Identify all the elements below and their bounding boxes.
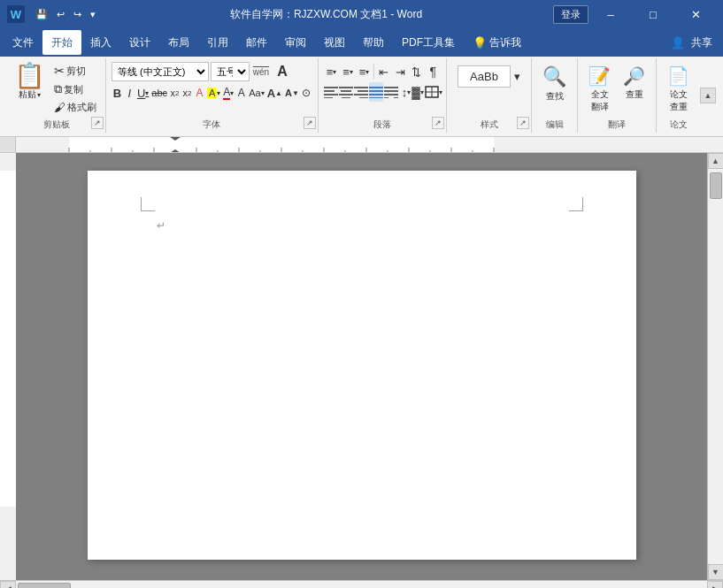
main-area: ↵ ▲ ▼ xyxy=(0,153,723,580)
customize-qa-button[interactable]: ▾ xyxy=(87,7,99,22)
clipboard-small-buttons: ✂ 剪切 ⧉ 复制 🖌 格式刷 xyxy=(50,62,100,117)
paragraph-mark: ↵ xyxy=(157,219,165,232)
sort-button[interactable]: ⇅ xyxy=(409,62,424,81)
font-expand[interactable]: ↗ xyxy=(304,117,316,129)
shading-button[interactable]: ▓▾ xyxy=(411,82,423,102)
paragraph-label: 段落 ↗ xyxy=(319,118,446,131)
fulltext-translate-button[interactable]: 📝 全文翻译 xyxy=(583,62,616,117)
ribbon-content: 📋 粘贴 ▾ ✂ 剪切 ⧉ 复制 🖌 格式刷 xyxy=(4,58,719,133)
style-button[interactable]: AaBb ▾ xyxy=(452,62,526,91)
bullets-button[interactable]: ≡▾ xyxy=(324,62,339,81)
show-marks-button[interactable]: ¶ xyxy=(426,62,441,81)
font-family-select[interactable]: 等线 (中文正文) xyxy=(112,62,209,81)
para-row2: ↕▾ ▓▾ ▾ xyxy=(324,82,441,102)
clipboard-expand[interactable]: ↗ xyxy=(91,117,104,129)
scroll-track[interactable] xyxy=(708,169,723,564)
borders-button[interactable]: ▾ xyxy=(425,82,442,102)
font-shrink-button[interactable]: A▼ xyxy=(284,83,300,103)
login-button[interactable]: 登录 xyxy=(553,5,588,24)
scroll-down-button[interactable]: ▼ xyxy=(708,564,724,580)
check-duplicate-button[interactable]: 🔎 查重 xyxy=(618,62,650,117)
redo-button[interactable]: ↪ xyxy=(70,7,85,22)
line-spacing-button[interactable]: ↕▾ xyxy=(402,82,411,102)
font-color-button[interactable]: A▾ xyxy=(222,83,235,103)
italic-button[interactable]: I xyxy=(124,83,135,103)
scroll-right-button[interactable]: ▶ xyxy=(707,581,723,589)
clear-format-button[interactable]: A xyxy=(235,83,247,103)
east-asian-button[interactable]: ⊙ xyxy=(301,83,312,103)
close-button[interactable]: ✕ xyxy=(675,0,716,28)
font-label: 字体 ↗ xyxy=(106,118,318,131)
font-size-label: wén xyxy=(251,62,271,81)
menu-telltell[interactable]: 💡 告诉我 xyxy=(464,30,530,55)
subscript-button[interactable]: x2 xyxy=(181,83,193,103)
paragraph-expand[interactable]: ↗ xyxy=(432,117,444,129)
justify-button[interactable] xyxy=(369,82,383,102)
title-bar: W 💾 ↩ ↪ ▾ 软件自学网：RJZXW.COM 文档1 - Word 登录 … xyxy=(0,0,723,28)
document-area[interactable]: ↵ xyxy=(16,153,707,580)
translation-section: 📝 全文翻译 🔎 查重 翻译 xyxy=(578,58,657,133)
menu-file[interactable]: 文件 xyxy=(4,30,42,55)
menu-view[interactable]: 视图 xyxy=(315,30,354,55)
document-page[interactable]: ↵ xyxy=(88,171,636,560)
menu-references[interactable]: 引用 xyxy=(198,30,237,55)
menu-mail[interactable]: 邮件 xyxy=(237,30,276,55)
strikethrough-button[interactable]: abc xyxy=(150,83,168,103)
font-size-select[interactable]: 五号 xyxy=(211,62,250,81)
menu-insert[interactable]: 插入 xyxy=(81,30,120,55)
h-scroll-thumb[interactable] xyxy=(18,583,71,588)
increase-indent-button[interactable]: ⇥ xyxy=(393,62,408,81)
copy-button[interactable]: ⧉ 复制 xyxy=(50,80,100,98)
numbering-button[interactable]: ≡▾ xyxy=(340,62,355,81)
essay-section: 📄 论文查重 论文 xyxy=(657,58,700,133)
ribbon-scroll-up[interactable]: ▲ xyxy=(700,88,716,103)
style-expand[interactable]: ↗ xyxy=(517,117,529,129)
cut-button[interactable]: ✂ 剪切 xyxy=(50,62,100,80)
scroll-up-button[interactable]: ▲ xyxy=(708,153,724,169)
essay-button[interactable]: 📄 论文查重 xyxy=(662,62,695,117)
superscript-button[interactable]: x2 xyxy=(169,83,181,103)
format-painter-button[interactable]: 🖌 格式刷 xyxy=(50,99,100,116)
multilevel-button[interactable]: ≡▾ xyxy=(357,62,372,81)
style-label: 样式 ↗ xyxy=(447,118,531,131)
change-case-button[interactable]: Aa▾ xyxy=(248,83,265,103)
scroll-left-button[interactable]: ◀ xyxy=(0,581,16,589)
paste-button[interactable]: 📋 粘贴 ▾ xyxy=(11,62,49,103)
bold-button[interactable]: B xyxy=(112,83,123,103)
editing-label: 编辑 xyxy=(532,118,577,131)
minimize-button[interactable]: – xyxy=(590,0,631,28)
find-button[interactable]: 🔍 查找 xyxy=(537,62,572,106)
menu-pdf[interactable]: PDF工具集 xyxy=(393,30,464,55)
font-grow-button[interactable]: A▲ xyxy=(266,83,283,103)
menu-bar: 文件 开始 插入 设计 布局 引用 邮件 审阅 视图 帮助 PDF工具集 💡 告… xyxy=(0,28,723,57)
title-bar-left: W 💾 ↩ ↪ ▾ xyxy=(7,5,99,23)
clipboard-section: 📋 粘贴 ▾ ✂ 剪切 ⧉ 复制 🖌 格式刷 xyxy=(7,58,106,133)
scroll-thumb[interactable] xyxy=(710,172,722,199)
quick-access-toolbar: 💾 ↩ ↪ ▾ xyxy=(32,7,99,22)
align-center-button[interactable] xyxy=(339,82,353,102)
justify2-button[interactable] xyxy=(384,82,398,102)
underline-button[interactable]: U▾ xyxy=(136,83,150,103)
vertical-ruler xyxy=(0,153,16,580)
menu-design[interactable]: 设计 xyxy=(120,30,159,55)
share-button[interactable]: 👤 共享 xyxy=(664,32,719,54)
horizontal-ruler xyxy=(16,137,723,152)
h-scroll-track[interactable] xyxy=(16,581,707,588)
save-button[interactable]: 💾 xyxy=(32,7,51,22)
undo-button[interactable]: ↩ xyxy=(53,7,68,22)
app-icon: W xyxy=(7,5,25,23)
highlight-button[interactable]: A▾ xyxy=(206,83,221,103)
font-big-a: A xyxy=(273,62,292,81)
restore-button[interactable]: □ xyxy=(633,0,673,28)
decrease-indent-button[interactable]: ⇤ xyxy=(376,62,391,81)
ruler-corner[interactable] xyxy=(0,137,16,152)
menu-help[interactable]: 帮助 xyxy=(354,30,393,55)
menu-home[interactable]: 开始 xyxy=(42,30,81,55)
align-left-button[interactable] xyxy=(324,82,338,102)
menu-layout[interactable]: 布局 xyxy=(159,30,198,55)
align-right-button[interactable] xyxy=(354,82,368,102)
font-effect-button[interactable]: A xyxy=(194,83,205,103)
menu-review[interactable]: 审阅 xyxy=(276,30,315,55)
svg-rect-50 xyxy=(0,171,16,507)
font-row1: 等线 (中文正文) 五号 wén A xyxy=(112,62,312,81)
